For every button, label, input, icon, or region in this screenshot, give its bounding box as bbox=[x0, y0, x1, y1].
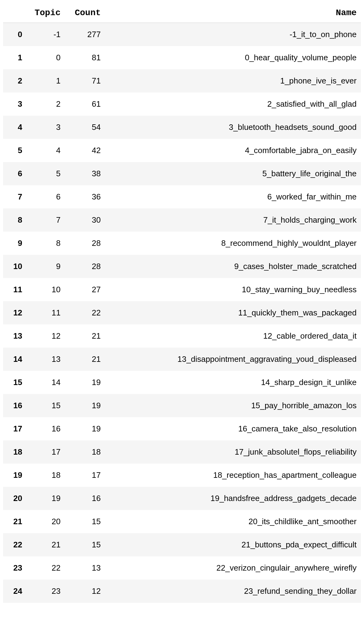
table-row: 76366_worked_far_within_me bbox=[3, 185, 361, 208]
cell-topic: 12 bbox=[28, 324, 65, 348]
table-row: 15141914_sharp_design_it_unlike bbox=[3, 371, 361, 394]
cell-name: 8_recommend_highly_wouldnt_player bbox=[105, 232, 361, 255]
cell-count: 81 bbox=[65, 46, 105, 69]
cell-name: 22_verizon_cingulair_anywhere_wirefly bbox=[105, 556, 361, 580]
cell-count: 21 bbox=[65, 348, 105, 371]
cell-index: 23 bbox=[3, 556, 28, 580]
cell-name: 1_phone_ive_is_ever bbox=[105, 69, 361, 92]
cell-count: 27 bbox=[65, 278, 105, 301]
cell-topic: 0 bbox=[28, 46, 65, 69]
table-row: 13122112_cable_ordered_data_it bbox=[3, 324, 361, 348]
cell-index: 2 bbox=[3, 69, 28, 92]
cell-count: 28 bbox=[65, 232, 105, 255]
cell-name: 2_satisfied_with_all_glad bbox=[105, 92, 361, 116]
cell-count: 36 bbox=[65, 185, 105, 208]
table-row: 98288_recommend_highly_wouldnt_player bbox=[3, 232, 361, 255]
cell-topic: 16 bbox=[28, 417, 65, 440]
cell-count: 16 bbox=[65, 487, 105, 510]
header-index bbox=[3, 3, 28, 23]
cell-topic: 20 bbox=[28, 510, 65, 533]
cell-name: 18_reception_has_apartment_colleague bbox=[105, 464, 361, 487]
cell-name: 21_buttons_pda_expect_difficult bbox=[105, 533, 361, 556]
table-row: 24231223_refund_sending_they_dollar bbox=[3, 580, 361, 603]
table-row: 87307_it_holds_charging_work bbox=[3, 208, 361, 232]
cell-topic: 2 bbox=[28, 92, 65, 116]
table-body: 0-1277-1_it_to_on_phone10810_hear_qualit… bbox=[3, 23, 361, 603]
cell-name: 3_bluetooth_headsets_sound_good bbox=[105, 116, 361, 139]
cell-name: 7_it_holds_charging_work bbox=[105, 208, 361, 232]
table-row: 16151915_pay_horrible_amazon_los bbox=[3, 394, 361, 417]
cell-topic: 8 bbox=[28, 232, 65, 255]
cell-index: 19 bbox=[3, 464, 28, 487]
cell-name: 10_stay_warning_buy_needless bbox=[105, 278, 361, 301]
table-row: 14132113_disappointment_aggravating_youd… bbox=[3, 348, 361, 371]
cell-topic: 18 bbox=[28, 464, 65, 487]
cell-index: 20 bbox=[3, 487, 28, 510]
table-row: 17161916_camera_take_also_resolution bbox=[3, 417, 361, 440]
cell-index: 12 bbox=[3, 301, 28, 324]
cell-topic: 1 bbox=[28, 69, 65, 92]
cell-index: 5 bbox=[3, 139, 28, 162]
cell-count: 21 bbox=[65, 324, 105, 348]
dataframe-table: Topic Count Name 0-1277-1_it_to_on_phone… bbox=[3, 3, 361, 603]
cell-index: 11 bbox=[3, 278, 28, 301]
cell-topic: 5 bbox=[28, 162, 65, 185]
cell-index: 3 bbox=[3, 92, 28, 116]
cell-topic: 23 bbox=[28, 580, 65, 603]
cell-topic: 10 bbox=[28, 278, 65, 301]
table-row: 12112211_quickly_them_was_packaged bbox=[3, 301, 361, 324]
cell-index: 7 bbox=[3, 185, 28, 208]
cell-name: 13_disappointment_aggravating_youd_displ… bbox=[105, 348, 361, 371]
table-row: 43543_bluetooth_headsets_sound_good bbox=[3, 116, 361, 139]
cell-topic: 17 bbox=[28, 440, 65, 464]
table-row: 21711_phone_ive_is_ever bbox=[3, 69, 361, 92]
cell-count: 30 bbox=[65, 208, 105, 232]
cell-topic: 22 bbox=[28, 556, 65, 580]
cell-topic: 19 bbox=[28, 487, 65, 510]
cell-topic: 13 bbox=[28, 348, 65, 371]
cell-topic: 11 bbox=[28, 301, 65, 324]
header-topic: Topic bbox=[28, 3, 65, 23]
cell-count: 15 bbox=[65, 533, 105, 556]
table-row: 10810_hear_quality_volume_people bbox=[3, 46, 361, 69]
cell-name: -1_it_to_on_phone bbox=[105, 23, 361, 46]
cell-index: 8 bbox=[3, 208, 28, 232]
cell-index: 13 bbox=[3, 324, 28, 348]
cell-name: 20_its_childlike_ant_smoother bbox=[105, 510, 361, 533]
cell-name: 6_worked_far_within_me bbox=[105, 185, 361, 208]
cell-name: 19_handsfree_address_gadgets_decade bbox=[105, 487, 361, 510]
cell-topic: -1 bbox=[28, 23, 65, 46]
cell-topic: 4 bbox=[28, 139, 65, 162]
table-row: 0-1277-1_it_to_on_phone bbox=[3, 23, 361, 46]
cell-count: 28 bbox=[65, 255, 105, 278]
cell-topic: 7 bbox=[28, 208, 65, 232]
cell-count: 19 bbox=[65, 371, 105, 394]
cell-count: 13 bbox=[65, 556, 105, 580]
cell-count: 19 bbox=[65, 417, 105, 440]
table-row: 22211521_buttons_pda_expect_difficult bbox=[3, 533, 361, 556]
cell-topic: 9 bbox=[28, 255, 65, 278]
table-row: 11102710_stay_warning_buy_needless bbox=[3, 278, 361, 301]
cell-count: 277 bbox=[65, 23, 105, 46]
cell-index: 16 bbox=[3, 394, 28, 417]
cell-topic: 21 bbox=[28, 533, 65, 556]
cell-name: 5_battery_life_original_the bbox=[105, 162, 361, 185]
cell-index: 4 bbox=[3, 116, 28, 139]
cell-name: 12_cable_ordered_data_it bbox=[105, 324, 361, 348]
cell-name: 15_pay_horrible_amazon_los bbox=[105, 394, 361, 417]
table-row: 18171817_junk_absolutel_flops_reliabilit… bbox=[3, 440, 361, 464]
table-row: 65385_battery_life_original_the bbox=[3, 162, 361, 185]
cell-name: 11_quickly_them_was_packaged bbox=[105, 301, 361, 324]
cell-count: 15 bbox=[65, 510, 105, 533]
header-row: Topic Count Name bbox=[3, 3, 361, 23]
cell-name: 16_camera_take_also_resolution bbox=[105, 417, 361, 440]
table-row: 20191619_handsfree_address_gadgets_decad… bbox=[3, 487, 361, 510]
table-row: 54424_comfortable_jabra_on_easily bbox=[3, 139, 361, 162]
cell-name: 0_hear_quality_volume_people bbox=[105, 46, 361, 69]
cell-index: 21 bbox=[3, 510, 28, 533]
cell-index: 22 bbox=[3, 533, 28, 556]
table-row: 21201520_its_childlike_ant_smoother bbox=[3, 510, 361, 533]
cell-count: 19 bbox=[65, 394, 105, 417]
cell-count: 38 bbox=[65, 162, 105, 185]
cell-count: 61 bbox=[65, 92, 105, 116]
